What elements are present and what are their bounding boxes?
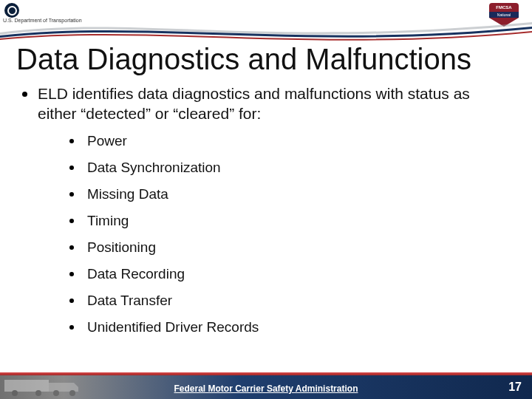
fmcsa-badge-point <box>489 18 519 27</box>
list-item-label: Data Synchronization <box>87 160 221 176</box>
fmcsa-badge-top: FMCSA <box>489 3 519 12</box>
list-item-label: Data Recording <box>87 266 185 282</box>
list-item-label: Missing Data <box>87 186 168 202</box>
bullet-icon <box>69 219 74 223</box>
bullet-icon <box>69 245 74 250</box>
footer: Federal Motor Carrier Safety Administrat… <box>0 372 532 399</box>
lead-bullet: ELD identifies data diagnostics and malf… <box>22 84 510 124</box>
header: U.S. Department of Transportation FMCSA … <box>0 0 532 33</box>
lead-text: ELD identifies data diagnostics and malf… <box>38 84 510 124</box>
page-number: 17 <box>508 381 522 394</box>
list-item: Positioning <box>69 239 510 256</box>
list-item: Unidentified Driver Records <box>69 319 510 335</box>
list-item: Data Recording <box>69 266 510 282</box>
bullet-icon <box>69 166 74 170</box>
content-area: ELD identifies data diagnostics and malf… <box>22 84 510 346</box>
sub-bullet-list: Power Data Synchronization Missing Data … <box>69 133 510 335</box>
list-item: Timing <box>69 213 510 229</box>
dot-logo-text: U.S. Department of Transportation <box>3 18 82 23</box>
slide-title: Data Diagnostics and Malfunctions <box>16 43 516 76</box>
list-item-label: Unidentified Driver Records <box>87 319 259 335</box>
bullet-icon <box>69 139 74 143</box>
fmcsa-badge-mid: National <box>489 12 519 18</box>
bullet-icon <box>69 272 74 276</box>
bullet-icon <box>22 92 27 97</box>
list-item: Missing Data <box>69 186 510 202</box>
list-item: Power <box>69 133 510 149</box>
list-item-label: Power <box>87 133 127 149</box>
fmcsa-badge-icon: FMCSA National <box>489 3 519 30</box>
list-item-label: Timing <box>87 213 129 229</box>
list-item: Data Transfer <box>69 293 510 309</box>
list-item-label: Data Transfer <box>87 293 172 309</box>
list-item-label: Positioning <box>87 239 156 256</box>
dot-logo-icon <box>4 3 19 18</box>
footer-org: Federal Motor Carrier Safety Administrat… <box>0 383 532 394</box>
list-item: Data Synchronization <box>69 160 510 176</box>
bullet-icon <box>69 299 74 303</box>
bullet-icon <box>69 192 74 197</box>
bullet-icon <box>69 325 74 330</box>
slide: U.S. Department of Transportation FMCSA … <box>0 0 532 399</box>
